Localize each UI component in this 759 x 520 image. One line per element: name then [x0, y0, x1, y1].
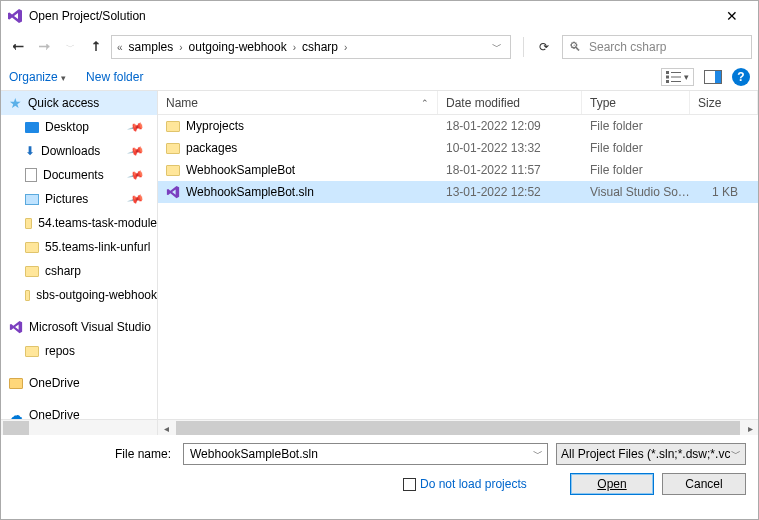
folder-icon — [166, 165, 180, 176]
organize-menu[interactable]: Organize ▾ — [9, 70, 66, 84]
sidebar-downloads[interactable]: ⬇ Downloads 📌 — [1, 139, 157, 163]
open-button[interactable]: Open — [570, 473, 654, 495]
scrollbar-thumb[interactable] — [176, 421, 740, 435]
refresh-button[interactable]: ⟳ — [530, 35, 558, 59]
preview-pane-button[interactable] — [700, 66, 726, 88]
column-header-type[interactable]: Type — [582, 91, 690, 114]
chevron-right-icon[interactable]: › — [292, 42, 297, 53]
sidebar-item-label: sbs-outgoing-webhook — [36, 288, 157, 302]
column-header-name[interactable]: Name ⌃ — [158, 91, 438, 114]
sidebar-folder[interactable]: 54.teams-task-module — [1, 211, 157, 235]
filetype-select[interactable]: All Project Files (*.sln;*.dsw;*.vc ﹀ — [556, 443, 746, 465]
file-name: WebhookSampleBot — [186, 163, 295, 177]
column-headers: Name ⌃ Date modified Type Size — [158, 91, 758, 115]
file-date: 13-01-2022 12:52 — [438, 185, 582, 199]
folder-icon — [166, 121, 180, 132]
file-name: packages — [186, 141, 237, 155]
navigation-pane: ★ Quick access Desktop 📌 ⬇ Downloads 📌 D… — [1, 91, 158, 435]
view-options-button[interactable]: ▾ — [661, 68, 694, 86]
sidebar-item-label: OneDrive — [29, 408, 80, 419]
visual-studio-icon — [9, 320, 23, 334]
sort-indicator-icon: ⌃ — [421, 98, 429, 108]
file-date: 10-01-2022 13:32 — [438, 141, 582, 155]
filename-field[interactable] — [188, 445, 527, 463]
new-folder-button[interactable]: New folder — [86, 70, 143, 84]
desktop-icon — [25, 122, 39, 133]
folder-icon — [25, 346, 39, 357]
file-date: 18-01-2022 12:09 — [438, 119, 582, 133]
chevron-right-icon[interactable]: › — [178, 42, 183, 53]
filename-dropdown-icon[interactable]: ﹀ — [527, 447, 543, 461]
cloud-icon: ☁ — [9, 407, 23, 419]
file-row[interactable]: WebhookSampleBot.sln13-01-2022 12:52Visu… — [158, 181, 758, 203]
sidebar-visual-studio[interactable]: Microsoft Visual Studio — [1, 315, 157, 339]
do-not-load-projects-checkbox[interactable]: Do not load projects — [403, 477, 527, 491]
window-title: Open Project/Solution — [29, 9, 712, 23]
sidebar-desktop[interactable]: Desktop 📌 — [1, 115, 157, 139]
sidebar-repos[interactable]: repos — [1, 339, 157, 363]
filename-input[interactable]: ﹀ — [183, 443, 548, 465]
sidebar-onedrive[interactable]: OneDrive — [1, 371, 157, 395]
breadcrumb-overflow[interactable]: « — [116, 42, 124, 53]
sidebar-onedrive-cloud[interactable]: ☁OneDrive — [1, 403, 157, 419]
breadcrumb-segment[interactable]: samples — [127, 40, 176, 54]
sidebar-documents[interactable]: Documents 📌 — [1, 163, 157, 187]
close-button[interactable]: ✕ — [712, 1, 752, 31]
folder-icon — [25, 290, 30, 301]
sidebar-item-label: Desktop — [45, 120, 89, 134]
sidebar-pictures[interactable]: Pictures 📌 — [1, 187, 157, 211]
sidebar-folder[interactable]: sbs-outgoing-webhook — [1, 283, 157, 307]
recent-dropdown[interactable]: ﹀ — [59, 35, 81, 59]
filename-label: File name: — [13, 447, 175, 461]
sidebar-folder[interactable]: csharp — [1, 259, 157, 283]
breadcrumb[interactable]: « samples › outgoing-webhook › csharp › … — [111, 35, 511, 59]
file-size: 1 KB — [690, 185, 758, 199]
scroll-left-arrow[interactable]: ◂ — [158, 420, 174, 436]
svg-rect-1 — [666, 75, 669, 78]
scrollbar-thumb[interactable] — [3, 421, 29, 435]
file-name: Myprojects — [186, 119, 244, 133]
sidebar-horizontal-scrollbar[interactable] — [1, 419, 157, 435]
documents-icon — [25, 168, 37, 182]
sidebar-item-label: csharp — [45, 264, 81, 278]
sidebar-folder[interactable]: 55.teams-link-unfurl — [1, 235, 157, 259]
file-date: 18-01-2022 11:57 — [438, 163, 582, 177]
sidebar-item-label: Pictures — [45, 192, 88, 206]
folder-icon — [25, 242, 39, 253]
file-type: File folder — [582, 119, 690, 133]
sidebar-item-label: Documents — [43, 168, 104, 182]
sidebar-quick-access[interactable]: ★ Quick access — [1, 91, 157, 115]
column-header-size[interactable]: Size — [690, 91, 758, 114]
file-row[interactable]: packages10-01-2022 13:32File folder — [158, 137, 758, 159]
checkbox-icon[interactable] — [403, 478, 416, 491]
svg-rect-0 — [666, 71, 669, 74]
search-input[interactable]: 🔍︎ — [562, 35, 752, 59]
pin-icon: 📌 — [127, 190, 146, 208]
column-header-date[interactable]: Date modified — [438, 91, 582, 114]
filetype-value: All Project Files (*.sln;*.dsw;*.vc — [561, 447, 730, 461]
sidebar-item-label: 55.teams-link-unfurl — [45, 240, 150, 254]
chevron-right-icon[interactable]: › — [343, 42, 348, 53]
file-horizontal-scrollbar[interactable]: ◂ ▸ — [158, 419, 758, 435]
search-field[interactable] — [587, 39, 745, 55]
breadcrumb-segment[interactable]: csharp — [300, 40, 340, 54]
search-icon: 🔍︎ — [569, 40, 581, 54]
pin-icon: 📌 — [127, 166, 146, 184]
file-row[interactable]: WebhookSampleBot18-01-2022 11:57File fol… — [158, 159, 758, 181]
sidebar-item-label: OneDrive — [29, 376, 80, 390]
sidebar-item-label: repos — [45, 344, 75, 358]
visual-studio-icon — [7, 8, 23, 24]
file-row[interactable]: Myprojects18-01-2022 12:09File folder — [158, 115, 758, 137]
svg-rect-7 — [715, 71, 721, 83]
back-button[interactable]: 🠤 — [7, 35, 29, 59]
folder-icon — [25, 266, 39, 277]
breadcrumb-history-dropdown[interactable]: ﹀ — [488, 40, 506, 54]
cancel-button[interactable]: Cancel — [662, 473, 746, 495]
forward-button[interactable]: 🠦 — [33, 35, 55, 59]
scroll-right-arrow[interactable]: ▸ — [742, 420, 758, 436]
file-list-pane: Name ⌃ Date modified Type Size Myproject… — [158, 91, 758, 435]
svg-rect-5 — [671, 81, 681, 82]
breadcrumb-segment[interactable]: outgoing-webhook — [187, 40, 289, 54]
help-button[interactable]: ? — [732, 68, 750, 86]
up-button[interactable]: 🠥 — [85, 35, 107, 59]
